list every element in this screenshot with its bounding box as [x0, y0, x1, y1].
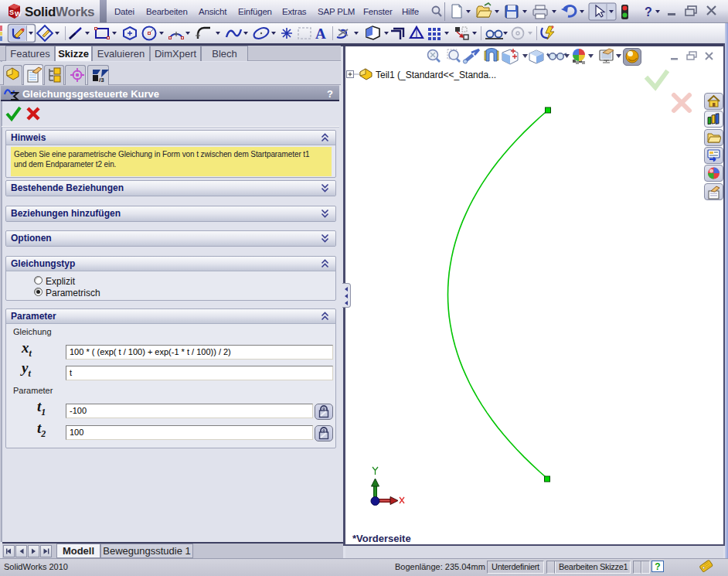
svg-text:?: ? — [645, 5, 652, 19]
svg-text:W: W — [15, 10, 22, 18]
svg-text:A: A — [315, 26, 326, 42]
svg-text:S: S — [9, 9, 14, 16]
svg-text:/3: /3 — [99, 77, 104, 84]
